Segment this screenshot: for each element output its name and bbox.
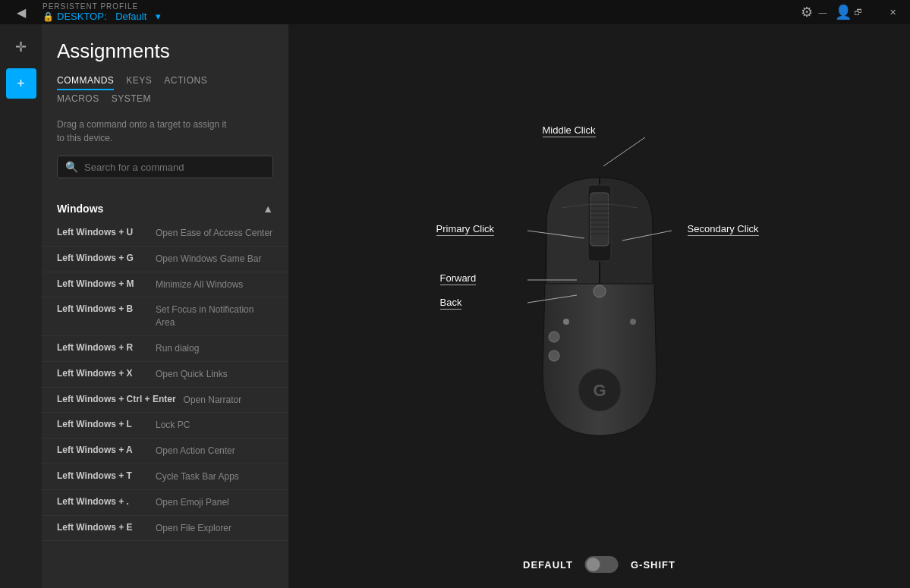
search-box: 🔍 — [57, 156, 273, 178]
command-item[interactable]: Left Windows + B Set Focus in Notificati… — [42, 297, 288, 336]
panel-title: Assignments — [57, 39, 273, 63]
command-desc: Open Ease of Access Center — [156, 227, 272, 240]
forward-text: Forward — [440, 272, 477, 285]
command-key: Left Windows + R — [57, 342, 148, 353]
svg-text:G: G — [593, 381, 606, 400]
tab-macros[interactable]: MACROS — [57, 93, 99, 108]
bottom-bar: DEFAULT G-SHIFT — [523, 556, 675, 573]
persistent-label: PERSISTENT PROFILE — [43, 2, 161, 11]
toggle-switch[interactable] — [585, 556, 619, 573]
left-panel: Assignments COMMANDS KEYS ACTIONS MACROS… — [42, 24, 288, 588]
restore-button[interactable]: 🗗 — [840, 0, 875, 24]
toggle-thumb — [587, 558, 600, 571]
command-item[interactable]: Left Windows + L Lock PC — [42, 413, 288, 439]
command-item[interactable]: Left Windows + X Open Quick Links — [42, 362, 288, 388]
svg-point-14 — [563, 319, 569, 325]
middle-click-text: Middle Click — [543, 124, 596, 137]
secondary-click-label: Secondary Click — [688, 222, 759, 235]
section-collapse-button[interactable]: ▲ — [263, 203, 273, 215]
command-key: Left Windows + T — [57, 470, 148, 481]
search-icon: 🔍 — [65, 161, 78, 173]
tabs-row-2: MACROS SYSTEM — [57, 93, 273, 108]
command-key: Left Windows + M — [57, 278, 148, 289]
command-desc: Open Emoji Panel — [156, 496, 229, 509]
command-key: Left Windows + E — [57, 522, 148, 533]
secondary-click-text: Secondary Click — [688, 223, 759, 236]
section-title-windows: Windows — [57, 203, 103, 215]
profile-info: PERSISTENT PROFILE 🔒 DESKTOP: Default ▾ — [43, 2, 161, 22]
forward-label: Forward — [440, 271, 477, 285]
command-desc: Set Focus in Notification Area — [156, 303, 273, 329]
command-key: Left Windows + . — [57, 496, 148, 507]
primary-click-label: Primary Click — [436, 222, 495, 235]
command-item[interactable]: Left Windows + M Minimize All Windows — [42, 272, 288, 298]
tabs-row-1: COMMANDS KEYS ACTIONS — [57, 75, 273, 90]
section-header-windows: Windows ▲ — [42, 197, 288, 221]
chevron-down-icon[interactable]: ▾ — [156, 11, 161, 22]
command-desc: Open Windows Game Bar — [156, 253, 261, 266]
tab-system[interactable]: SYSTEM — [112, 93, 151, 108]
gshift-label: G-SHIFT — [631, 559, 675, 571]
svg-point-12 — [549, 332, 559, 342]
sidebar-icons: ✛ + — [0, 24, 42, 588]
command-item[interactable]: Left Windows + U Open Ease of Access Cen… — [42, 221, 288, 247]
tab-keys[interactable]: KEYS — [126, 75, 152, 90]
sidebar-move-button[interactable]: ✛ — [6, 32, 36, 62]
middle-click-label: Middle Click — [543, 124, 596, 137]
command-desc: Open Quick Links — [156, 368, 228, 381]
desktop-prefix: DESKTOP: — [57, 11, 107, 22]
command-desc: Run dialog — [156, 342, 199, 355]
command-key: Left Windows + L — [57, 419, 148, 429]
commands-container: Left Windows + U Open Ease of Access Cen… — [42, 221, 288, 541]
command-desc: Open File Explorer — [156, 522, 231, 535]
command-desc: Minimize All Windows — [156, 278, 243, 291]
command-desc: Open Action Center — [156, 445, 235, 458]
tab-commands[interactable]: COMMANDS — [57, 75, 114, 90]
command-desc: Lock PC — [156, 419, 190, 432]
command-item[interactable]: Left Windows + . Open Emoji Panel — [42, 490, 288, 516]
window-controls: — 🗗 ✕ — [805, 0, 910, 24]
desktop-label: 🔒 DESKTOP: Default ▾ — [43, 11, 161, 22]
command-item[interactable]: Left Windows + R Run dialog — [42, 336, 288, 362]
svg-rect-2 — [590, 193, 609, 246]
mouse-svg: G — [516, 162, 683, 451]
app-body: ✛ + Assignments COMMANDS KEYS ACTIONS MA… — [0, 24, 910, 588]
desktop-name: Default — [115, 11, 146, 22]
command-item[interactable]: Left Windows + T Cycle Task Bar Apps — [42, 464, 288, 490]
commands-list: Windows ▲ Left Windows + U Open Ease of … — [42, 197, 288, 588]
svg-point-13 — [549, 351, 559, 361]
command-item[interactable]: Left Windows + A Open Action Center — [42, 439, 288, 464]
command-key: Left Windows + X — [57, 368, 148, 379]
back-button[interactable]: ◀ — [9, 5, 33, 20]
default-label: DEFAULT — [523, 559, 573, 571]
search-input[interactable] — [84, 162, 265, 173]
back-text: Back — [440, 297, 462, 310]
sidebar-assignments-button[interactable]: + — [6, 68, 36, 99]
close-button[interactable]: ✕ — [875, 0, 910, 24]
command-key: Left Windows + U — [57, 227, 148, 237]
right-area: G Middle Click — [288, 24, 910, 588]
command-item[interactable]: Left Windows + E Open File Explorer — [42, 516, 288, 542]
tab-actions[interactable]: ACTIONS — [164, 75, 207, 90]
minimize-button[interactable]: — — [805, 0, 840, 24]
command-item[interactable]: Left Windows + G Open Windows Game Bar — [42, 247, 288, 272]
command-desc: Cycle Task Bar Apps — [156, 470, 239, 483]
command-key: Left Windows + A — [57, 445, 148, 455]
svg-point-11 — [594, 285, 606, 297]
panel-header: Assignments COMMANDS KEYS ACTIONS MACROS… — [42, 24, 288, 197]
command-desc: Open Narrator — [184, 394, 242, 407]
primary-click-text: Primary Click — [436, 223, 495, 236]
mouse-container: G Middle Click — [410, 79, 789, 534]
svg-point-15 — [630, 319, 636, 325]
lock-icon: 🔒 — [43, 11, 54, 22]
drag-hint: Drag a command onto a target to assign i… — [57, 118, 273, 145]
command-key: Left Windows + B — [57, 303, 148, 314]
command-key: Left Windows + Ctrl + Enter — [57, 394, 176, 404]
command-item[interactable]: Left Windows + Ctrl + Enter Open Narrato… — [42, 388, 288, 413]
command-key: Left Windows + G — [57, 253, 148, 263]
titlebar: ◀ PERSISTENT PROFILE 🔒 DESKTOP: Default … — [0, 0, 910, 24]
back-label: Back — [440, 295, 462, 309]
